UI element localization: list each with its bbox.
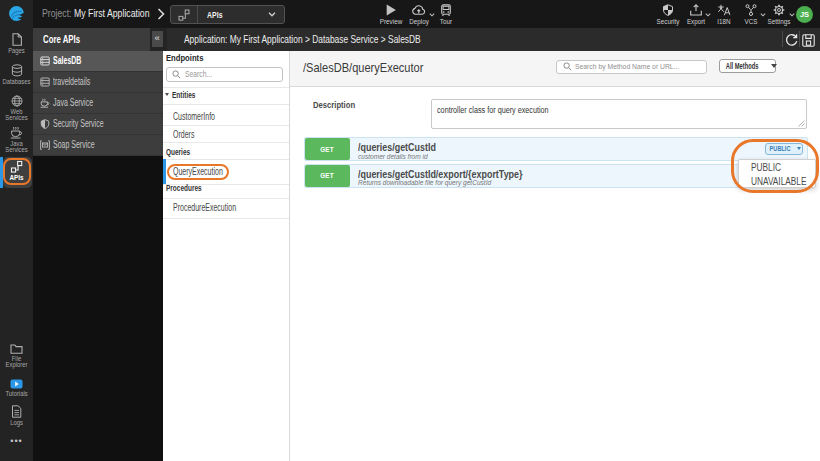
endpoint-item-customerinfo[interactable]: CustomerInfo bbox=[163, 104, 289, 125]
export-button[interactable]: Export bbox=[682, 0, 710, 28]
api-nodes-icon bbox=[10, 160, 23, 173]
endpoint-item-label: ProcedureExecution bbox=[173, 202, 236, 213]
vcs-label: VCS bbox=[745, 18, 758, 25]
security-button[interactable]: Security bbox=[653, 0, 682, 28]
logo-block[interactable] bbox=[0, 0, 33, 28]
deploy-button[interactable]: Deploy bbox=[405, 0, 433, 28]
shield-icon bbox=[662, 4, 673, 16]
coffee-cup-icon bbox=[40, 98, 50, 108]
method-search-input[interactable]: Search by Method Name or URL... bbox=[556, 60, 707, 74]
breadcrumb: Application: My First Application > Data… bbox=[184, 28, 421, 51]
endpoints-section-label: Procedures bbox=[166, 183, 202, 193]
rail-label-web-services: Web Services bbox=[2, 109, 32, 121]
visibility-chip[interactable]: PUBLIC bbox=[765, 143, 803, 155]
operation-summary: Returns downloadable file for query getC… bbox=[358, 178, 491, 187]
settings-button[interactable]: Settings bbox=[764, 0, 793, 28]
method-search-placeholder: Search by Method Name or URL... bbox=[575, 62, 679, 71]
deploy-label: Deploy bbox=[409, 18, 429, 25]
core-apis-item-soap-service[interactable]: Soap Service bbox=[33, 135, 163, 156]
translate-icon bbox=[717, 4, 730, 16]
description-label: Description bbox=[313, 100, 355, 110]
endpoint-item-label: Orders bbox=[173, 129, 194, 140]
core-apis-item-label: Java Service bbox=[53, 97, 93, 108]
resource-selector-dropdown[interactable]: APIs bbox=[170, 5, 285, 24]
envelope-icon bbox=[40, 140, 50, 150]
endpoint-item-label: CustomerInfo bbox=[173, 111, 215, 122]
core-apis-item-traveldetails[interactable]: traveldetails bbox=[33, 72, 163, 93]
bus-icon bbox=[441, 4, 452, 16]
core-apis-item-salesdb[interactable]: SalesDB bbox=[33, 51, 163, 72]
database-table-icon bbox=[40, 77, 50, 87]
operation-summary: customer details from id bbox=[358, 152, 428, 161]
logs-document-icon bbox=[11, 405, 22, 418]
menu-item-unavailable[interactable]: UNAVAILABLE bbox=[751, 176, 807, 187]
divider bbox=[782, 31, 783, 47]
user-avatar[interactable]: JS bbox=[796, 6, 813, 23]
security-label: Security bbox=[656, 18, 679, 25]
core-apis-title: Core APIs bbox=[33, 28, 150, 51]
chevron-down-icon bbox=[789, 13, 795, 17]
search-icon bbox=[563, 62, 572, 71]
settings-label: Settings bbox=[767, 18, 790, 25]
chevron-down-icon bbox=[268, 12, 276, 17]
tour-button[interactable]: Tour bbox=[432, 0, 460, 28]
selector-label-text: APIs bbox=[207, 9, 223, 20]
rail-more-button[interactable]: ••• bbox=[0, 436, 33, 446]
chevron-right-icon bbox=[157, 8, 165, 20]
endpoints-search-input[interactable]: Search... bbox=[166, 67, 283, 82]
operation-row-getcustid-export[interactable]: GET /queries/getCustId/export/{exportTyp… bbox=[304, 164, 809, 188]
rail-item-file-explorer[interactable]: File Explorer bbox=[0, 343, 33, 368]
endpoint-item-procedureexecution[interactable]: ProcedureExecution bbox=[163, 198, 289, 218]
resize-grip-icon bbox=[798, 120, 805, 127]
rail-item-tutorials[interactable]: Tutorials bbox=[0, 379, 33, 397]
selector-label: APIs bbox=[198, 9, 268, 20]
selector-icon-box bbox=[171, 6, 198, 23]
i18n-button[interactable]: I18N bbox=[710, 0, 737, 28]
endpoints-section-entities[interactable]: Entities bbox=[163, 87, 289, 104]
core-apis-item-security-service[interactable]: Security Service bbox=[33, 114, 163, 135]
rail-label-apis: APIs bbox=[2, 175, 32, 181]
cloud-upload-icon bbox=[412, 4, 427, 16]
i18n-label: I18N bbox=[717, 18, 730, 25]
refresh-icon[interactable] bbox=[785, 33, 798, 47]
endpoints-section-queries[interactable]: Queries bbox=[163, 142, 289, 159]
caret-down-icon bbox=[771, 64, 777, 68]
endpoints-section-procedures[interactable]: Procedures bbox=[163, 184, 289, 199]
core-apis-list: SalesDB traveldetails Java bbox=[33, 51, 163, 156]
rail-item-logs[interactable]: Logs bbox=[0, 405, 33, 426]
rail-item-apis[interactable]: APIs bbox=[0, 160, 33, 181]
all-methods-label: All Methods bbox=[725, 61, 758, 71]
database-icon bbox=[11, 64, 23, 77]
endpoint-item-orders[interactable]: Orders bbox=[163, 125, 289, 143]
rail-label-java-services: Java Services bbox=[2, 141, 32, 153]
gear-icon bbox=[773, 4, 785, 16]
rail-item-databases[interactable]: Databases bbox=[0, 64, 33, 85]
all-methods-dropdown[interactable]: All Methods bbox=[719, 59, 776, 73]
api-nodes-icon bbox=[178, 9, 190, 21]
collapse-panel-button[interactable]: « bbox=[152, 31, 164, 47]
description-value: controller class for query execution bbox=[437, 105, 549, 115]
method-badge-text: GET bbox=[320, 171, 334, 180]
endpoints-title: Endpoints bbox=[166, 53, 203, 63]
project-label: Project: bbox=[42, 8, 71, 19]
endpoint-item-queryexecution[interactable]: QueryExecution bbox=[163, 159, 289, 184]
project-name: My First Application bbox=[74, 8, 149, 19]
preview-button[interactable]: Preview bbox=[377, 0, 405, 28]
play-icon bbox=[386, 4, 397, 16]
vcs-button[interactable]: VCS bbox=[738, 0, 764, 28]
operation-row-getcustid[interactable]: GET /queries/getCustId customer details … bbox=[304, 137, 809, 161]
caret-down-icon bbox=[797, 147, 801, 150]
core-apis-item-java-service[interactable]: Java Service bbox=[33, 93, 163, 114]
save-icon[interactable] bbox=[802, 34, 815, 47]
rail-item-pages[interactable]: Pages bbox=[0, 33, 33, 54]
visibility-chip-label: PUBLIC bbox=[770, 145, 791, 152]
method-badge-get[interactable]: GET bbox=[305, 165, 351, 187]
core-apis-title-text: Core APIs bbox=[43, 28, 80, 51]
method-badge-get[interactable]: GET bbox=[305, 138, 351, 160]
collapse-triangle-icon bbox=[165, 93, 169, 96]
menu-item-public[interactable]: PUBLIC bbox=[751, 162, 781, 173]
divider bbox=[799, 31, 800, 47]
rail-item-java-services[interactable]: Java Services bbox=[0, 126, 33, 153]
export-label: Export bbox=[687, 18, 705, 25]
rail-item-web-services[interactable]: Web Services bbox=[0, 95, 33, 121]
